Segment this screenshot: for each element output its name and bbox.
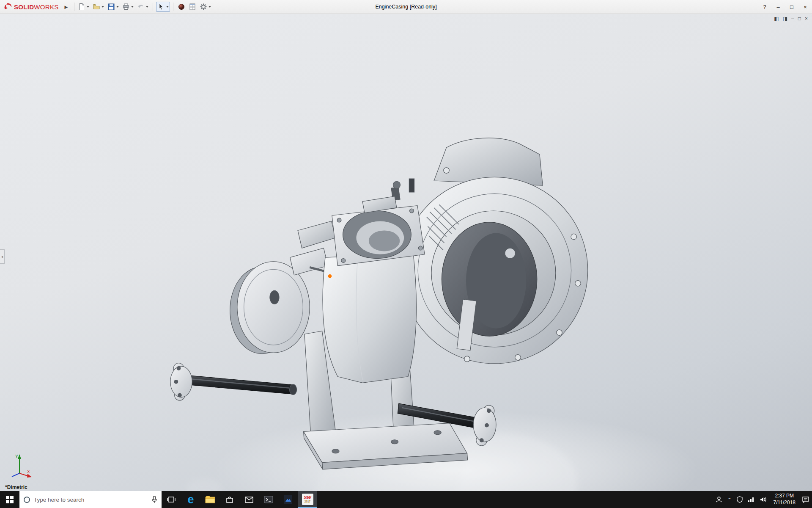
- task-view-button[interactable]: [162, 491, 181, 508]
- undo-icon: [137, 3, 145, 11]
- new-document-button[interactable]: [77, 2, 91, 12]
- gear-icon: [200, 3, 207, 11]
- taskbar-clock[interactable]: 2:37 PM 7/11/2018: [770, 491, 800, 508]
- store-icon: [225, 495, 234, 504]
- taskbar-app-solidworks[interactable]: SW 2017: [298, 491, 317, 508]
- print-icon: [122, 3, 130, 11]
- photos-icon: [283, 495, 293, 504]
- new-document-icon: [78, 3, 85, 11]
- document-window-controls: ◧ ◨ – □ ×: [774, 16, 808, 22]
- dassault-systemes-logo-icon: [3, 3, 13, 11]
- sheet-format-button[interactable]: [187, 2, 198, 12]
- undo-button[interactable]: [136, 2, 150, 12]
- pane-left-icon[interactable]: ◧: [774, 16, 779, 22]
- doc-restore-button[interactable]: □: [798, 16, 801, 22]
- security-tray-button[interactable]: [734, 491, 745, 508]
- toolbar-flyout-arrow[interactable]: ▶: [65, 5, 68, 9]
- system-tray: ⌃ 2:37 PM 7/11/2018: [713, 491, 812, 508]
- solidworks-app-icon: SW 2017: [302, 494, 313, 505]
- orientation-triad: Y X: [7, 452, 32, 478]
- toolbar-separator: [74, 3, 74, 11]
- selection-point[interactable]: [328, 274, 332, 278]
- save-button[interactable]: [106, 2, 120, 12]
- select-cursor-icon: [157, 3, 165, 11]
- action-center-button[interactable]: [799, 491, 812, 508]
- command-prompt-icon: [264, 495, 273, 504]
- taskbar: e SW 2017: [0, 491, 812, 508]
- standard-toolbar: [77, 2, 212, 12]
- security-shield-icon: [737, 496, 743, 503]
- dropdown-caret[interactable]: [87, 6, 89, 8]
- window-title: EngineCasing [Read-only]: [375, 4, 436, 10]
- clock-time: 2:37 PM: [775, 493, 794, 500]
- network-icon: [748, 497, 754, 502]
- graphics-viewport[interactable]: ◧ ◨ – □ × ◂: [0, 14, 812, 491]
- appearance-button[interactable]: [176, 2, 187, 12]
- maximize-button[interactable]: □: [785, 0, 798, 14]
- print-button[interactable]: [121, 2, 135, 12]
- save-icon: [107, 3, 115, 11]
- svg-text:Y: Y: [15, 454, 18, 459]
- taskbar-app-store[interactable]: [220, 491, 239, 508]
- search-input[interactable]: [34, 497, 148, 503]
- action-center-icon: [802, 496, 809, 503]
- toolbar-separator: [153, 3, 153, 11]
- feature-manager-collapsed-tab[interactable]: ◂: [0, 249, 5, 264]
- taskbar-app-edge[interactable]: e: [181, 491, 200, 508]
- doc-close-button[interactable]: ×: [805, 16, 808, 22]
- help-button[interactable]: ?: [758, 0, 771, 14]
- start-button[interactable]: [0, 491, 19, 508]
- toolbar-separator: [173, 3, 173, 11]
- pane-right-icon[interactable]: ◨: [783, 16, 787, 22]
- network-tray-button[interactable]: [745, 491, 757, 508]
- dropdown-caret[interactable]: [208, 6, 211, 8]
- mail-icon: [244, 496, 254, 503]
- dropdown-caret[interactable]: [146, 6, 148, 8]
- close-button[interactable]: ×: [798, 0, 812, 14]
- microphone-icon[interactable]: [151, 496, 157, 503]
- titlebar: SOLIDWORKS ▶: [0, 0, 812, 14]
- window-controls: ? – □ ×: [758, 0, 812, 14]
- dropdown-caret[interactable]: [102, 6, 104, 8]
- hidden-icons-chevron[interactable]: ⌃: [725, 491, 734, 508]
- engine-casing-model: [0, 14, 812, 491]
- taskbar-search[interactable]: [19, 491, 162, 508]
- minimize-button[interactable]: –: [771, 0, 785, 14]
- task-view-icon: [167, 495, 176, 504]
- view-orientation-label: *Dimetric: [5, 484, 27, 490]
- select-tool-button[interactable]: [156, 2, 170, 12]
- taskbar-app-command-prompt[interactable]: [259, 491, 278, 508]
- appearance-sphere-icon: [178, 3, 185, 11]
- solidworks-logo: SOLIDWORKS: [3, 3, 59, 11]
- volume-icon: [760, 496, 767, 503]
- windows-logo-icon: [6, 496, 14, 503]
- open-folder-icon: [93, 3, 100, 11]
- people-icon: [716, 496, 722, 503]
- cortana-icon: [24, 497, 30, 503]
- volume-tray-button[interactable]: [757, 491, 770, 508]
- taskbar-app-file-explorer[interactable]: [200, 491, 220, 508]
- edge-icon: e: [187, 494, 194, 505]
- people-button[interactable]: [713, 491, 725, 508]
- file-explorer-icon: [205, 495, 215, 504]
- taskbar-app-mail[interactable]: [239, 491, 259, 508]
- dropdown-caret[interactable]: [116, 6, 119, 8]
- sheet-format-icon: [189, 3, 196, 11]
- brand-text: SOLIDWORKS: [14, 3, 59, 11]
- open-button[interactable]: [91, 2, 105, 12]
- svg-text:X: X: [27, 469, 30, 474]
- dropdown-caret[interactable]: [166, 6, 169, 8]
- taskbar-app-photos[interactable]: [278, 491, 298, 508]
- doc-minimize-button[interactable]: –: [791, 16, 794, 22]
- dropdown-caret[interactable]: [131, 6, 134, 8]
- options-button[interactable]: [198, 2, 212, 12]
- clock-date: 7/11/2018: [774, 500, 796, 506]
